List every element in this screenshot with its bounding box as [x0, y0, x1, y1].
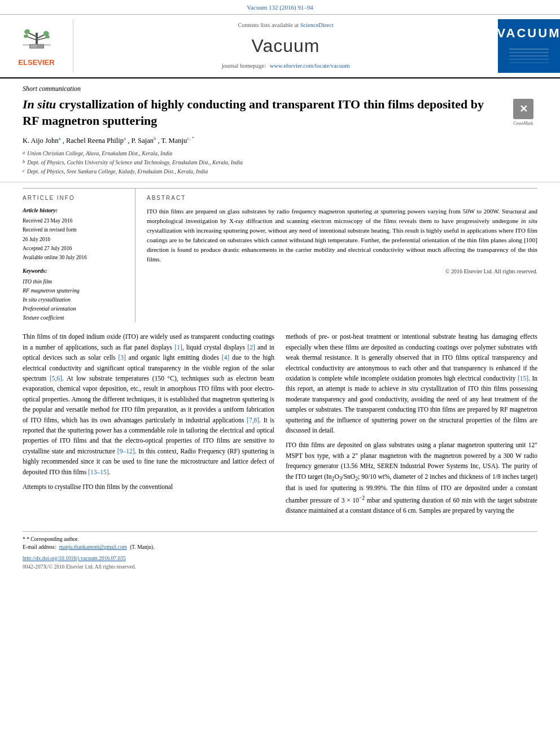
body-paragraph-3: methods of pre- or post-heat treatment o… [286, 331, 537, 435]
email-link[interactable]: manju.thankamoni@gmail.com [59, 544, 127, 550]
keywords-label: Keywords: [23, 267, 126, 275]
authors-line: K. Aijo Johna , Rachel Reena Philipa , P… [23, 135, 537, 146]
author1-sup: a [59, 136, 61, 141]
ref-15-link[interactable]: [15] [518, 375, 528, 382]
available-date: Available online 30 July 2016 [23, 254, 126, 261]
crossmark-badge: ✕ CrossMark [509, 99, 537, 126]
ref-2-link[interactable]: [2] [247, 344, 255, 351]
crossmark-icon: ✕ [513, 99, 533, 119]
ref-5-6-link[interactable]: [5,6] [50, 375, 62, 382]
vacuum-logo-decoration [506, 45, 552, 67]
vacuum-logo-box: VACUUM [498, 19, 560, 72]
body-paragraph-2: Attempts to crystallise ITO thin films b… [23, 482, 274, 492]
issn-line: 0042-207X/© 2016 Elsevier Ltd. All right… [23, 563, 537, 571]
author4-name: , T. Manju [158, 137, 187, 145]
svg-line-3 [37, 34, 45, 38]
doi-line: http://dx.doi.org/10.1016/j.vacuum.2016.… [23, 555, 537, 562]
email-line: E-mail address: manju.thankamoni@gmail.c… [23, 543, 537, 551]
elsevier-logo-section: ELSEVIER [0, 19, 73, 72]
corresponding-author-note: * * Corresponding author. [23, 535, 537, 543]
crossmark-label: CrossMark [513, 120, 533, 126]
article-title-row: In situ crystallization of highly conduc… [23, 97, 537, 129]
author3-name: , P. Sajan [128, 137, 154, 145]
article-info-heading: ARTICLE INFO [23, 194, 126, 202]
received-revised-date: 26 July 2016 [23, 235, 126, 243]
keyword-1: ITO thin film [23, 277, 126, 286]
svg-rect-12 [37, 45, 43, 48]
ref-9-12-link[interactable]: [9–12] [117, 448, 135, 455]
keyword-4: Preferential orientation [23, 304, 126, 313]
ref-3-link[interactable]: [3] [118, 354, 125, 361]
title-rest: crystallization of highly conducting and… [23, 97, 484, 128]
contents-text: Contents lists available at [238, 22, 299, 28]
journal-center-info: Contents lists available at ScienceDirec… [73, 19, 498, 72]
article-info-panel: ARTICLE INFO Article history: Received 2… [23, 189, 135, 322]
ref-13-15-link[interactable]: [13–15] [88, 469, 108, 475]
body-right-column: methods of pre- or post-heat treatment o… [286, 331, 537, 520]
elsevier-emblem-icon [17, 24, 56, 55]
author2-sup: a [124, 136, 126, 141]
journal-header: ELSEVIER Contents lists available at Sci… [0, 15, 560, 78]
author1-name: K. Aijo John [23, 137, 59, 145]
abstract-heading: ABSTRACT [147, 194, 537, 202]
received-revised-label: Received in revised form [23, 226, 126, 234]
affiliations: aUnion Christian College, Aluva, Ernakul… [23, 149, 537, 176]
keyword-2: RF magnetron sputtering [23, 286, 126, 295]
sciencedirect-link[interactable]: ScienceDirect [300, 22, 334, 28]
found-word: found [177, 246, 192, 253]
journal-title: Vacuum [251, 33, 320, 59]
email-owner: (T. Manju). [130, 544, 154, 550]
article-type: Short communication [23, 84, 537, 94]
main-body: Thin films of tin doped indium oxide (IT… [0, 322, 560, 520]
corresponding-label: * Corresponding author. [27, 536, 78, 542]
footer: * * Corresponding author. E-mail address… [23, 531, 537, 571]
article-title: In situ crystallization of highly conduc… [23, 97, 498, 129]
vacuum-logo-text: VACUUM [497, 25, 560, 42]
accepted-date: Accepted 27 July 2016 [23, 244, 126, 252]
homepage-link[interactable]: www.elsevier.com/locate/vacuum [270, 63, 350, 69]
received-date: Received 23 May 2016 [23, 217, 126, 225]
article-info-abstract-section: ARTICLE INFO Article history: Received 2… [23, 188, 537, 322]
body-paragraph-4: ITO thin films are deposited on glass su… [286, 440, 537, 516]
homepage-line: journal homepage: www.elsevier.com/locat… [222, 62, 350, 71]
affiliation-c: cDept. of Physics, Sree Sankara College,… [23, 167, 537, 176]
ref-4-link[interactable]: [4] [222, 354, 229, 361]
article-history-label: Article history: [23, 207, 126, 215]
author4-sup: c, * [187, 136, 194, 141]
title-italic-part: In situ [23, 97, 56, 111]
copyright-line: © 2016 Elsevier Ltd. All rights reserved… [147, 268, 537, 276]
body-left-column: Thin films of tin doped indium oxide (IT… [23, 331, 274, 520]
keywords-section: Keywords: ITO thin film RF magnetron spu… [23, 267, 126, 322]
homepage-text: journal homepage: [222, 63, 266, 69]
svg-rect-11 [30, 45, 37, 48]
abstract-panel: ABSTRACT ITO thin films are prepared on … [135, 189, 537, 322]
journal-reference: Vacuum 132 (2016) 91–94 [0, 0, 560, 15]
doi-link[interactable]: http://dx.doi.org/10.1016/j.vacuum.2016.… [23, 556, 126, 561]
body-paragraph-1: Thin films of tin doped indium oxide (IT… [23, 331, 274, 477]
elsevier-brand-text: ELSEVIER [18, 58, 54, 68]
contents-available-line: Contents lists available at ScienceDirec… [238, 21, 333, 30]
svg-line-4 [27, 37, 37, 40]
article-section: Short communication In situ crystallizat… [0, 78, 560, 183]
svg-point-8 [23, 34, 28, 38]
svg-line-2 [28, 33, 37, 37]
affiliation-b: bDept. of Physics, Cochin University of … [23, 158, 537, 167]
email-label: E-mail address: [23, 544, 56, 550]
ref-7-8-link[interactable]: [7,8] [247, 417, 259, 423]
author3-sup: b [154, 136, 156, 141]
abstract-text: ITO thin films are prepared on glass sub… [147, 207, 537, 264]
ref-1-link[interactable]: [1] [174, 344, 182, 351]
journal-ref-text: Vacuum 132 (2016) 91–94 [247, 4, 313, 11]
author2-name: , Rachel Reena Philip [63, 137, 124, 145]
keyword-3: In situ crystallization [23, 295, 126, 304]
keyword-5: Texture coefficient [23, 313, 126, 322]
affiliation-a: aUnion Christian College, Aluva, Ernakul… [23, 149, 537, 158]
